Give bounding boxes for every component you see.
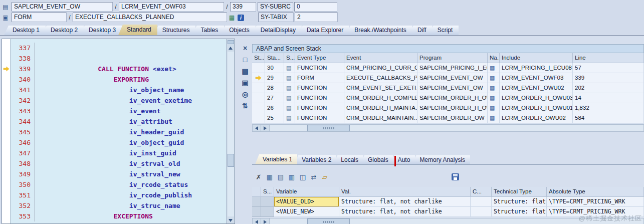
breakpoint-gutter[interactable] <box>2 127 11 137</box>
swap-tool-icon[interactable]: ⇅ <box>241 101 250 110</box>
code-text[interactable]: EXPORTING <box>35 74 149 85</box>
code-text[interactable]: iv_event <box>35 106 160 116</box>
column-header-c[interactable]: C... <box>471 187 492 197</box>
variables-tab[interactable]: Variables 1 <box>255 154 297 164</box>
sy-tabix-value[interactable]: 2 <box>295 13 338 22</box>
line-field[interactable]: 339 <box>230 2 256 12</box>
breakpoint-gutter[interactable] <box>2 95 11 106</box>
column-header-technical-type[interactable]: Technical Type <box>492 187 547 197</box>
desktop-tab[interactable]: Tables <box>192 26 224 35</box>
compare-icon[interactable]: ⇄ <box>309 172 318 181</box>
stack-event[interactable]: CRM_ORDER_H_COMPLE… <box>344 93 417 103</box>
breakpoint-gutter[interactable] <box>2 137 11 148</box>
info-icon[interactable]: i <box>238 15 244 21</box>
code-text[interactable]: CALL FUNCTION <exet> <box>35 64 176 74</box>
sy-subrc-value[interactable]: 0 <box>294 2 337 12</box>
variable-value[interactable]: Structure: flat, not charlike <box>339 207 471 217</box>
breakpoint-gutter[interactable] <box>2 148 11 158</box>
column-header-st[interactable]: St... <box>252 53 265 63</box>
stack-row[interactable]: 27 FUNCTION CRM_ORDER_H_COMPLE… SAPLCRM_… <box>252 93 644 103</box>
column-header-na[interactable]: Na... <box>488 53 500 63</box>
column-header-include[interactable]: Include <box>500 53 573 63</box>
row-selector[interactable] <box>252 207 261 217</box>
stack-program[interactable]: SAPLCRM_ORDER_H_OW <box>417 93 488 103</box>
scroll-right-icon[interactable] <box>261 125 270 131</box>
breakpoint-gutter[interactable] <box>2 85 11 95</box>
stack-include[interactable]: LCRM_EVENT_OWF03 <box>500 73 573 83</box>
desktop-tab[interactable]: Objects <box>221 26 256 35</box>
breakpoint-gutter[interactable] <box>2 200 11 211</box>
desktop-tab[interactable]: Data Explorer <box>298 26 349 35</box>
column-header-event[interactable]: Event <box>344 53 417 63</box>
scroll-up-icon[interactable] <box>227 45 234 51</box>
scroll-right-icon[interactable] <box>261 218 270 224</box>
code-text[interactable]: iv_inst_guid <box>35 148 176 158</box>
delete-icon[interactable]: ✗ <box>254 172 263 181</box>
event-type-field[interactable]: FORM <box>12 13 67 22</box>
column-header-variable[interactable]: Variable <box>274 187 339 197</box>
column-header-s[interactable]: S... <box>261 187 274 197</box>
stack-include[interactable]: LCRM_PRICING_I_ECU08 <box>500 63 573 73</box>
desktop-tab[interactable]: DetailDisplay <box>252 26 302 35</box>
stack-include[interactable]: LCRM_ORDER_H_OWU01 <box>500 103 573 113</box>
stack-program[interactable]: SAPLCRM_PRICING_I_EC <box>417 63 488 73</box>
stack-include[interactable]: LCRM_ORDER_OWU02 <box>500 113 573 123</box>
breakpoint-gutter[interactable] <box>2 53 11 64</box>
column-header-s[interactable]: S... <box>284 53 295 63</box>
variable-value[interactable]: Structure: flat, not charlike <box>339 197 471 207</box>
stack-row[interactable]: 30 FUNCTION CRM_PRICING_I_CURR_C… SAPLCR… <box>252 63 644 73</box>
code-text[interactable]: EXCEPTIONS <box>35 211 153 221</box>
code-text[interactable]: iv_struc_name <box>35 200 180 211</box>
scrollbar-track[interactable] <box>270 125 643 131</box>
scroll-down-icon[interactable] <box>227 217 234 223</box>
desktop-tab[interactable]: Desktop 3 <box>80 26 122 35</box>
stack-row[interactable]: 25 FUNCTION CRM_ORDER_MAINTAIN… SAPLCRM_… <box>252 113 644 123</box>
stack-horizontal-scrollbar[interactable] <box>252 124 644 132</box>
column-header-program[interactable]: Program <box>417 53 488 63</box>
breakpoint-gutter[interactable] <box>2 211 11 221</box>
save-layout-icon[interactable] <box>452 173 459 180</box>
stack-event[interactable]: CRM_ORDER_MAINTAIN… <box>344 113 417 123</box>
event-name-field[interactable]: EXECUTE_CALLBACKS_PLANNED <box>73 13 227 22</box>
variables-tab[interactable]: Locals <box>333 155 363 164</box>
code-text[interactable]: iv_object_guid <box>35 137 184 148</box>
desktop-tab[interactable]: Standard <box>118 25 157 35</box>
table-view-icon[interactable]: ▦ <box>265 172 274 181</box>
code-text[interactable]: iv_strval_new <box>35 169 180 179</box>
new-tool-icon[interactable]: □ <box>241 55 250 64</box>
stack-program[interactable]: SAPLCRM_EVENT_OW <box>417 83 488 93</box>
stack-row[interactable]: 28 FUNCTION CRM_EVENT_SET_EXETI… SAPLCRM… <box>252 83 644 93</box>
headset-icon[interactable]: ◎ <box>241 90 250 99</box>
column-header-absolute-type[interactable]: Absolute Type <box>547 187 644 197</box>
include-field[interactable]: LCRM_EVENT_OWF03 <box>119 2 224 12</box>
folder-icon[interactable]: ▱ <box>320 172 329 181</box>
column-header-sta[interactable]: Sta... <box>265 53 284 63</box>
desktop-tab[interactable]: Script <box>429 26 459 35</box>
row-selector[interactable] <box>252 197 261 207</box>
variables-tab[interactable]: Globals <box>360 155 393 164</box>
stack-event[interactable]: CRM_EVENT_SET_EXETI… <box>344 83 417 93</box>
breakpoint-gutter[interactable] <box>2 43 11 53</box>
column-header-line[interactable]: Line <box>573 53 644 63</box>
column-header-val[interactable]: Val. <box>339 187 471 197</box>
code-text[interactable]: iv_strval_old <box>35 158 180 169</box>
structure-icon[interactable]: ▦ <box>228 14 236 21</box>
variables-tab[interactable]: Memory Analysis <box>412 155 470 164</box>
breakpoint-gutter[interactable] <box>2 106 11 116</box>
scrollbar-thumb[interactable] <box>228 154 234 167</box>
variable-name[interactable]: <VALUE_OLD> <box>274 197 339 207</box>
breakpoint-gutter[interactable] <box>2 116 11 127</box>
stack-include[interactable]: LCRM_EVENT_OWU02 <box>500 83 573 93</box>
stack-event[interactable]: EXECUTE_CALLBACKS_P… <box>344 73 417 83</box>
stack-program[interactable]: SAPLCRM_EVENT_OW <box>417 73 488 83</box>
stack-program[interactable]: SAPLCRM_ORDER_OW <box>417 113 488 123</box>
breakpoint-gutter[interactable] <box>2 158 11 169</box>
splitter-handle-icon[interactable] <box>228 40 234 44</box>
code-text[interactable]: iv_header_guid <box>35 127 184 137</box>
variable-row[interactable]: <VALUE_OLD> Structure: flat, not charlik… <box>252 197 644 207</box>
variables-tab[interactable]: Variables 2 <box>294 155 336 164</box>
desktop-tab[interactable]: Desktop 2 <box>42 26 84 35</box>
tool-services-icon[interactable]: ▤ <box>241 67 250 76</box>
stack-row[interactable]: 29 FORM EXECUTE_CALLBACKS_P… SAPLCRM_EVE… <box>252 73 644 83</box>
detail-view-icon[interactable]: ▤ <box>276 172 285 181</box>
